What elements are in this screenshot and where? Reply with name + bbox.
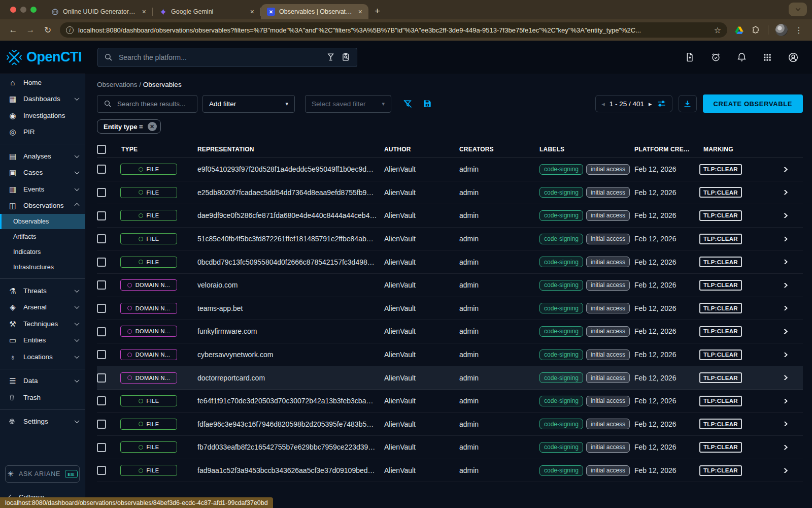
extensions-puzzle-icon[interactable] xyxy=(751,25,761,35)
saved-filter-select[interactable]: Select saved filter ▾ xyxy=(305,95,391,113)
chevron-right-icon[interactable] xyxy=(781,260,788,264)
save-filter-icon[interactable] xyxy=(422,99,432,109)
label-chip[interactable]: initial access xyxy=(586,280,630,291)
sidebar-item-cases[interactable]: ▣Cases xyxy=(0,165,85,181)
row-checkbox[interactable] xyxy=(97,373,106,383)
address-bar[interactable]: i localhost:8080/dashboard/observations/… xyxy=(60,22,727,38)
row-checkbox[interactable] xyxy=(97,443,106,452)
row-checkbox[interactable] xyxy=(97,280,106,290)
label-chip[interactable]: code-signing xyxy=(539,350,583,360)
label-chip[interactable]: initial access xyxy=(586,465,630,476)
results-search-input[interactable] xyxy=(116,100,191,108)
label-chip[interactable]: initial access xyxy=(586,164,630,175)
table-row[interactable]: FILE fdfae96c3e943c16f7946d820598b2d2053… xyxy=(97,413,803,436)
sidebar-item-entities[interactable]: ▭Entities xyxy=(0,332,85,349)
close-tab-icon[interactable]: × xyxy=(356,8,364,16)
row-checkbox[interactable] xyxy=(97,466,106,475)
next-page-button[interactable]: ▸ xyxy=(649,100,652,108)
label-chip[interactable]: initial access xyxy=(586,396,630,406)
apps-grid-icon[interactable] xyxy=(762,52,772,62)
export-download-button[interactable] xyxy=(679,95,697,112)
label-chip[interactable]: initial access xyxy=(586,350,630,360)
display-settings-icon[interactable] xyxy=(657,99,666,109)
label-chip[interactable]: initial access xyxy=(586,442,630,453)
label-chip[interactable]: code-signing xyxy=(539,396,583,406)
sidebar-item-data[interactable]: ☰Data xyxy=(0,373,85,390)
browser-tab-gemini[interactable]: Google Gemini × xyxy=(153,4,260,19)
sidebar-item-locations[interactable]: ♁Locations xyxy=(0,348,85,365)
table-row[interactable]: DOMAIN N... cybersavvynetwork.com AlienV… xyxy=(97,343,803,367)
column-marking[interactable]: MARKING xyxy=(696,146,759,153)
table-row[interactable]: DOMAIN N... teams-app.bet AlienVault adm… xyxy=(97,297,803,321)
row-checkbox[interactable] xyxy=(97,420,106,429)
create-observable-button[interactable]: CREATE OBSERVABLE xyxy=(703,94,803,113)
select-all-checkbox[interactable] xyxy=(97,145,106,154)
column-platform-creation[interactable]: PLATFORM CREATI xyxy=(631,146,696,153)
chevron-right-icon[interactable] xyxy=(781,167,788,172)
chevron-right-icon[interactable] xyxy=(781,353,788,357)
account-icon[interactable] xyxy=(788,52,799,63)
clear-filters-icon[interactable] xyxy=(402,99,413,109)
sidebar-item-trash[interactable]: Trash xyxy=(0,389,85,406)
google-drive-icon[interactable] xyxy=(734,25,744,35)
browser-tab-observables[interactable]: ✕ Observables | Observations | × xyxy=(261,4,368,19)
breadcrumb-parent[interactable]: Observations xyxy=(97,81,138,88)
table-row[interactable]: FILE e9f05410293f97f20d528f1a4deddc5e950… xyxy=(97,158,803,181)
sidebar-item-pir[interactable]: ◎PIR xyxy=(0,124,85,141)
sidebar-item-home[interactable]: ⌂Home xyxy=(0,74,85,91)
ask-ariane-button[interactable]: ✳ ASK ARIANE EE xyxy=(5,465,80,483)
label-chip[interactable]: code-signing xyxy=(539,187,583,198)
sidebar-item-artifacts[interactable]: Artifacts xyxy=(0,229,85,244)
row-checkbox[interactable] xyxy=(97,304,106,313)
chevron-right-icon[interactable] xyxy=(781,422,788,426)
import-file-icon[interactable] xyxy=(685,52,695,62)
sidebar-item-techniques[interactable]: ⚒Techniques xyxy=(0,315,85,332)
sidebar-item-analyses[interactable]: ▤Analyses xyxy=(0,148,85,165)
back-button[interactable]: ← xyxy=(5,25,21,35)
chevron-right-icon[interactable] xyxy=(781,213,788,218)
sidebar-item-observables[interactable]: Observables xyxy=(0,214,85,229)
table-row[interactable]: FILE dae9df9ce0f5286cfe871fda680e4de440c… xyxy=(97,204,803,228)
row-checkbox[interactable] xyxy=(97,396,106,405)
row-checkbox[interactable] xyxy=(97,327,106,336)
notifications-bell-icon[interactable] xyxy=(736,52,747,62)
row-checkbox[interactable] xyxy=(97,211,106,220)
url-text[interactable]: localhost:8080/dashboard/observations/ob… xyxy=(78,26,709,34)
label-chip[interactable]: code-signing xyxy=(539,234,583,244)
new-tab-button[interactable]: + xyxy=(368,6,386,17)
entity-type-filter-chip[interactable]: Entity type = ✕ xyxy=(97,119,161,134)
opencti-logo[interactable]: OpenCTI xyxy=(0,48,85,67)
browser-menu-icon[interactable]: ⋮ xyxy=(795,25,803,35)
table-row[interactable]: FILE 51c85e40fb4f5bc3fd872261ffef1814857… xyxy=(97,228,803,251)
site-info-icon[interactable]: i xyxy=(66,26,74,34)
table-row[interactable]: DOMAIN N... doctorreportcard.com AlienVa… xyxy=(97,366,803,390)
sidebar-item-events[interactable]: ▥Events xyxy=(0,181,85,198)
label-chip[interactable]: code-signing xyxy=(539,419,583,429)
label-chip[interactable]: initial access xyxy=(586,187,630,198)
label-chip[interactable]: initial access xyxy=(586,210,630,221)
label-chip[interactable]: initial access xyxy=(586,257,630,267)
label-chip[interactable]: initial access xyxy=(586,303,630,313)
row-checkbox[interactable] xyxy=(97,258,106,267)
row-checkbox[interactable] xyxy=(97,350,106,359)
column-type[interactable]: TYPE xyxy=(118,146,194,153)
chevron-right-icon[interactable] xyxy=(781,237,788,241)
chevron-right-icon[interactable] xyxy=(781,283,788,288)
add-filter-select[interactable]: Add filter ▾ xyxy=(202,95,295,113)
sidebar-item-infrastructures[interactable]: Infrastructures xyxy=(0,260,85,275)
label-chip[interactable]: code-signing xyxy=(539,442,583,453)
chevron-right-icon[interactable] xyxy=(781,375,788,380)
advanced-search-icon[interactable] xyxy=(326,52,336,62)
bookmark-star-icon[interactable]: ☆ xyxy=(714,25,721,35)
table-row[interactable]: FILE fb7dd033eafb8f2c16542755b7e629bbc79… xyxy=(97,436,803,459)
platform-search-input[interactable] xyxy=(118,53,321,62)
platform-search[interactable] xyxy=(97,48,357,67)
table-row[interactable]: FILE 0bcdbd79c13fc50955804d0f2666c878542… xyxy=(97,250,803,274)
chevron-right-icon[interactable] xyxy=(781,306,788,310)
chevron-right-icon[interactable] xyxy=(781,445,788,450)
label-chip[interactable]: code-signing xyxy=(539,372,583,383)
row-checkbox[interactable] xyxy=(97,165,106,174)
chevron-right-icon[interactable] xyxy=(781,468,788,473)
table-row[interactable]: FILE e25db8020f7fcadaec5dd54dd7364d8eaa9… xyxy=(97,181,803,205)
sidebar-item-arsenal[interactable]: ◈Arsenal xyxy=(0,299,85,316)
